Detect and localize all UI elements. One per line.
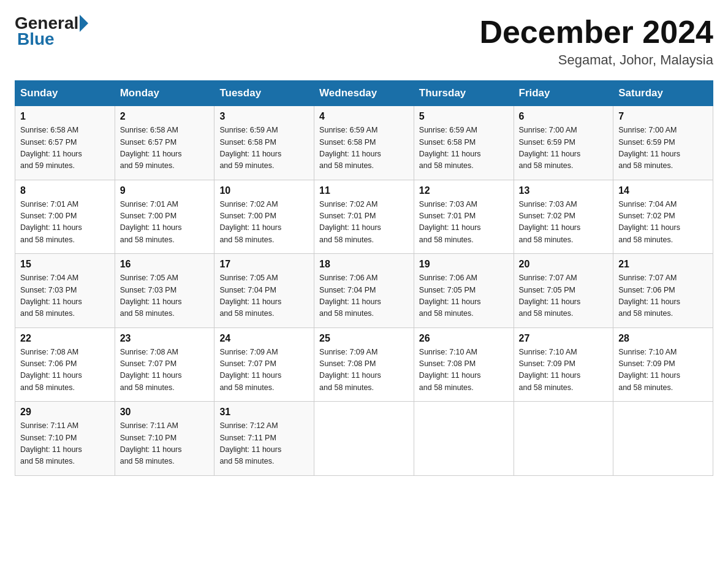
day-info: Sunrise: 7:02 AMSunset: 7:01 PMDaylight:… <box>319 199 409 247</box>
day-cell: 23Sunrise: 7:08 AMSunset: 7:07 PMDayligh… <box>115 327 214 402</box>
day-cell: 21Sunrise: 7:07 AMSunset: 7:06 PMDayligh… <box>613 254 713 328</box>
day-cell: 3Sunrise: 6:59 AMSunset: 6:58 PMDaylight… <box>214 106 314 180</box>
day-cell: 22Sunrise: 7:08 AMSunset: 7:06 PMDayligh… <box>15 327 115 402</box>
day-info: Sunrise: 7:07 AMSunset: 7:05 PMDaylight:… <box>519 272 609 320</box>
day-info: Sunrise: 7:11 AMSunset: 7:10 PMDaylight:… <box>20 420 110 468</box>
day-cell: 15Sunrise: 7:04 AMSunset: 7:03 PMDayligh… <box>15 254 115 328</box>
day-cell: 7Sunrise: 7:00 AMSunset: 6:59 PMDaylight… <box>613 106 713 180</box>
day-info: Sunrise: 7:09 AMSunset: 7:07 PMDaylight:… <box>219 347 309 394</box>
week-row-1: 1Sunrise: 6:58 AMSunset: 6:57 PMDaylight… <box>15 106 713 180</box>
day-number: 23 <box>120 333 210 344</box>
day-cell: 28Sunrise: 7:10 AMSunset: 7:09 PMDayligh… <box>613 327 713 402</box>
day-cell: 20Sunrise: 7:07 AMSunset: 7:05 PMDayligh… <box>514 254 613 328</box>
day-cell <box>514 402 613 476</box>
day-number: 5 <box>419 111 509 122</box>
day-number: 27 <box>519 333 609 344</box>
day-cell: 27Sunrise: 7:10 AMSunset: 7:09 PMDayligh… <box>514 327 613 402</box>
day-info: Sunrise: 6:59 AMSunset: 6:58 PMDaylight:… <box>419 124 509 172</box>
day-cell: 5Sunrise: 6:59 AMSunset: 6:58 PMDaylight… <box>414 106 514 180</box>
day-info: Sunrise: 7:06 AMSunset: 7:05 PMDaylight:… <box>419 272 509 320</box>
day-number: 1 <box>20 111 110 122</box>
logo-blue-text: Blue <box>17 29 55 49</box>
day-info: Sunrise: 7:10 AMSunset: 7:08 PMDaylight:… <box>419 347 509 394</box>
day-number: 7 <box>618 111 708 122</box>
day-number: 25 <box>319 333 409 344</box>
day-number: 18 <box>319 259 409 270</box>
day-info: Sunrise: 7:03 AMSunset: 7:02 PMDaylight:… <box>519 199 609 247</box>
day-info: Sunrise: 7:01 AMSunset: 7:00 PMDaylight:… <box>120 199 210 247</box>
day-cell: 26Sunrise: 7:10 AMSunset: 7:08 PMDayligh… <box>414 327 514 402</box>
month-title: December 2024 <box>479 15 713 50</box>
col-header-friday: Friday <box>514 81 613 106</box>
logo: General Blue <box>15 15 89 49</box>
week-row-5: 29Sunrise: 7:11 AMSunset: 7:10 PMDayligh… <box>15 402 713 476</box>
day-cell: 11Sunrise: 7:02 AMSunset: 7:01 PMDayligh… <box>314 180 414 254</box>
day-info: Sunrise: 7:04 AMSunset: 7:03 PMDaylight:… <box>20 272 110 320</box>
day-number: 3 <box>219 111 309 122</box>
day-info: Sunrise: 7:05 AMSunset: 7:03 PMDaylight:… <box>120 272 210 320</box>
day-cell: 6Sunrise: 7:00 AMSunset: 6:59 PMDaylight… <box>514 106 613 180</box>
day-info: Sunrise: 7:00 AMSunset: 6:59 PMDaylight:… <box>519 124 609 172</box>
page-header: General Blue December 2024 Segamat, Joho… <box>15 15 713 68</box>
day-info: Sunrise: 7:00 AMSunset: 6:59 PMDaylight:… <box>618 124 708 172</box>
day-cell: 19Sunrise: 7:06 AMSunset: 7:05 PMDayligh… <box>414 254 514 328</box>
col-header-thursday: Thursday <box>414 81 514 106</box>
day-number: 26 <box>419 333 509 344</box>
day-info: Sunrise: 7:09 AMSunset: 7:08 PMDaylight:… <box>319 347 409 394</box>
day-number: 21 <box>618 259 708 270</box>
col-header-tuesday: Tuesday <box>214 81 314 106</box>
day-cell: 12Sunrise: 7:03 AMSunset: 7:01 PMDayligh… <box>414 180 514 254</box>
col-header-saturday: Saturday <box>613 81 713 106</box>
day-number: 4 <box>319 111 409 122</box>
day-number: 13 <box>519 185 609 196</box>
day-info: Sunrise: 7:01 AMSunset: 7:00 PMDaylight:… <box>20 199 110 247</box>
day-info: Sunrise: 7:03 AMSunset: 7:01 PMDaylight:… <box>419 199 509 247</box>
day-cell: 2Sunrise: 6:58 AMSunset: 6:57 PMDaylight… <box>115 106 214 180</box>
day-number: 22 <box>20 333 110 344</box>
day-number: 10 <box>219 185 309 196</box>
day-info: Sunrise: 6:58 AMSunset: 6:57 PMDaylight:… <box>20 124 110 172</box>
day-cell <box>414 402 514 476</box>
day-number: 8 <box>20 185 110 196</box>
day-info: Sunrise: 7:11 AMSunset: 7:10 PMDaylight:… <box>120 420 210 468</box>
day-info: Sunrise: 7:07 AMSunset: 7:06 PMDaylight:… <box>618 272 708 320</box>
col-header-monday: Monday <box>115 81 214 106</box>
day-info: Sunrise: 6:59 AMSunset: 6:58 PMDaylight:… <box>219 124 309 172</box>
day-info: Sunrise: 7:02 AMSunset: 7:00 PMDaylight:… <box>219 199 309 247</box>
day-number: 14 <box>618 185 708 196</box>
day-number: 30 <box>120 407 210 418</box>
day-info: Sunrise: 7:10 AMSunset: 7:09 PMDaylight:… <box>618 347 708 394</box>
logo-arrow-icon <box>80 15 88 32</box>
day-cell: 1Sunrise: 6:58 AMSunset: 6:57 PMDaylight… <box>15 106 115 180</box>
calendar-header-row: SundayMondayTuesdayWednesdayThursdayFrid… <box>15 81 713 106</box>
day-number: 17 <box>219 259 309 270</box>
day-number: 16 <box>120 259 210 270</box>
day-cell: 16Sunrise: 7:05 AMSunset: 7:03 PMDayligh… <box>115 254 214 328</box>
day-cell: 24Sunrise: 7:09 AMSunset: 7:07 PMDayligh… <box>214 327 314 402</box>
day-number: 19 <box>419 259 509 270</box>
day-info: Sunrise: 7:06 AMSunset: 7:04 PMDaylight:… <box>319 272 409 320</box>
day-cell: 31Sunrise: 7:12 AMSunset: 7:11 PMDayligh… <box>214 402 314 476</box>
day-cell: 10Sunrise: 7:02 AMSunset: 7:00 PMDayligh… <box>214 180 314 254</box>
col-header-sunday: Sunday <box>15 81 115 106</box>
day-cell: 4Sunrise: 6:59 AMSunset: 6:58 PMDaylight… <box>314 106 414 180</box>
week-row-4: 22Sunrise: 7:08 AMSunset: 7:06 PMDayligh… <box>15 327 713 402</box>
day-info: Sunrise: 7:04 AMSunset: 7:02 PMDaylight:… <box>618 199 708 247</box>
day-cell <box>613 402 713 476</box>
day-cell: 9Sunrise: 7:01 AMSunset: 7:00 PMDaylight… <box>115 180 214 254</box>
day-number: 29 <box>20 407 110 418</box>
day-cell: 30Sunrise: 7:11 AMSunset: 7:10 PMDayligh… <box>115 402 214 476</box>
day-number: 2 <box>120 111 210 122</box>
day-info: Sunrise: 7:10 AMSunset: 7:09 PMDaylight:… <box>519 347 609 394</box>
title-block: December 2024 Segamat, Johor, Malaysia <box>479 15 713 68</box>
day-cell: 14Sunrise: 7:04 AMSunset: 7:02 PMDayligh… <box>613 180 713 254</box>
day-number: 12 <box>419 185 509 196</box>
day-info: Sunrise: 7:08 AMSunset: 7:06 PMDaylight:… <box>20 347 110 394</box>
day-number: 9 <box>120 185 210 196</box>
day-info: Sunrise: 7:05 AMSunset: 7:04 PMDaylight:… <box>219 272 309 320</box>
day-number: 11 <box>319 185 409 196</box>
day-info: Sunrise: 7:12 AMSunset: 7:11 PMDaylight:… <box>219 420 309 468</box>
col-header-wednesday: Wednesday <box>314 81 414 106</box>
day-cell: 18Sunrise: 7:06 AMSunset: 7:04 PMDayligh… <box>314 254 414 328</box>
day-number: 6 <box>519 111 609 122</box>
